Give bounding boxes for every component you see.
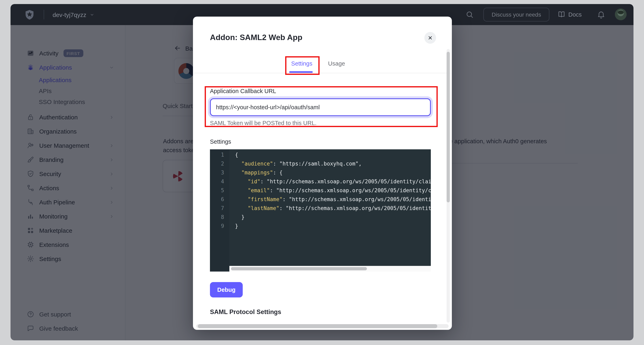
editor-scrollbar-thumb[interactable]	[231, 267, 367, 270]
saml-protocol-settings-heading: SAML Protocol Settings	[210, 308, 281, 316]
editor-line-numbers: 123456789	[210, 149, 229, 271]
app-window: dev-tyj7qyzz Discuss your needs Docs Act…	[10, 4, 634, 340]
screenshot-canvas: dev-tyj7qyzz Discuss your needs Docs Act…	[0, 0, 644, 345]
settings-json-label: Settings	[210, 138, 231, 145]
modal-vertical-scrollbar-thumb[interactable]	[446, 52, 450, 202]
docs-label: Docs	[568, 11, 582, 18]
notifications-bell-icon[interactable]	[597, 10, 606, 19]
debug-button[interactable]: Debug	[210, 282, 243, 297]
modal-title: Addon: SAML2 Web App	[210, 33, 302, 42]
docs-link[interactable]: Docs	[558, 4, 582, 25]
code-line: "mappings": {	[235, 168, 431, 177]
auth0-logo-icon	[24, 9, 35, 20]
code-line: "audience": "https://saml.boxyhq.com",	[235, 159, 431, 168]
discuss-your-needs-button[interactable]: Discuss your needs	[484, 8, 549, 22]
tenant-name: dev-tyj7qyzz	[52, 11, 86, 18]
close-icon	[428, 35, 433, 41]
navbar-divider	[44, 10, 44, 20]
callback-url-input[interactable]	[210, 98, 431, 116]
code-line: "email": "http://schemas.xmlsoap.org/ws/…	[235, 186, 431, 195]
line-number: 5	[210, 186, 229, 195]
tab-settings[interactable]: Settings	[290, 60, 314, 67]
line-number: 4	[210, 177, 229, 186]
tabs-divider	[194, 73, 451, 73]
code-line: }	[235, 213, 431, 222]
chevron-down-icon	[90, 12, 94, 17]
code-line: "lastName": "http://schemas.xmlsoap.org/…	[235, 204, 431, 213]
search-icon[interactable]	[465, 10, 474, 19]
editor-horizontal-scrollbar[interactable]	[229, 266, 431, 271]
callback-url-helper: SAML Token will be POSTed to this URL.	[210, 120, 316, 126]
code-line: "firstName": "http://schemas.xmlsoap.org…	[235, 195, 431, 204]
user-avatar[interactable]	[615, 9, 626, 20]
addon-modal: Addon: SAML2 Web App Settings Usage Appl…	[193, 17, 452, 330]
modal-horizontal-scrollbar-thumb[interactable]	[198, 324, 437, 328]
code-line: "id": "http://schemas.xmlsoap.org/ws/200…	[235, 177, 431, 186]
line-number: 1	[210, 151, 229, 159]
active-tab-indicator	[289, 71, 313, 73]
line-number: 3	[210, 168, 229, 177]
line-number: 9	[210, 222, 229, 231]
line-number: 2	[210, 159, 229, 168]
line-number: 7	[210, 204, 229, 213]
code-line: {	[235, 151, 431, 159]
editor-code[interactable]: { "audience": "https://saml.boxyhq.com",…	[229, 149, 431, 266]
tenant-switcher[interactable]: dev-tyj7qyzz	[52, 4, 94, 25]
tab-usage[interactable]: Usage	[327, 60, 346, 67]
settings-code-editor[interactable]: 123456789 { "audience": "https://saml.bo…	[210, 149, 431, 271]
close-button[interactable]	[424, 32, 436, 44]
line-number: 8	[210, 213, 229, 222]
code-line: }	[235, 222, 431, 231]
book-icon	[558, 11, 566, 19]
line-number: 6	[210, 195, 229, 204]
callback-url-label: Application Callback URL	[210, 88, 276, 94]
